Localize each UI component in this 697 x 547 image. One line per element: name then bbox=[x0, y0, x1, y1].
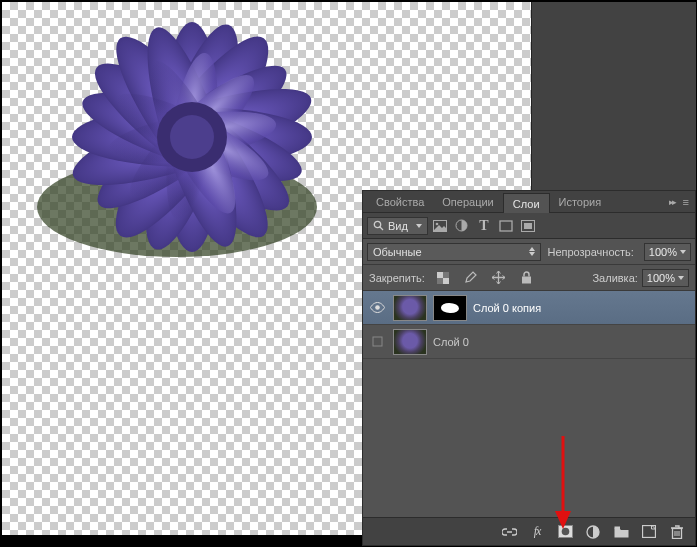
lock-transparency-icon[interactable] bbox=[433, 268, 453, 288]
blend-mode-dropdown[interactable]: Обычные bbox=[367, 243, 541, 261]
tab-properties[interactable]: Свойства bbox=[367, 192, 433, 211]
fill-input[interactable]: 100% bbox=[642, 269, 689, 287]
fx-icon[interactable]: fx bbox=[529, 524, 545, 540]
svg-rect-25 bbox=[524, 223, 532, 229]
svg-point-17 bbox=[170, 115, 214, 159]
blend-mode-value: Обычные bbox=[373, 246, 422, 258]
layer-name[interactable]: Слой 0 копия bbox=[473, 302, 541, 314]
opacity-input[interactable]: 100% bbox=[644, 243, 691, 261]
layer-mask-thumbnail[interactable] bbox=[433, 295, 467, 321]
layer-list[interactable]: Слой 0 копия Слой 0 bbox=[363, 291, 695, 517]
panel-menu-icon[interactable]: ≡ bbox=[683, 196, 689, 208]
svg-point-7 bbox=[74, 75, 310, 199]
svg-point-14 bbox=[106, 79, 277, 195]
filter-bar: Вид T bbox=[363, 213, 695, 239]
svg-point-12 bbox=[116, 61, 267, 212]
new-layer-icon[interactable] bbox=[641, 524, 657, 540]
add-mask-icon[interactable] bbox=[557, 524, 573, 540]
visibility-off-icon bbox=[372, 336, 383, 347]
panel-tabs: Свойства Операции Слои История ▸▸ ≡ bbox=[363, 191, 695, 213]
svg-point-21 bbox=[436, 222, 439, 225]
filter-image-icon[interactable] bbox=[430, 216, 450, 236]
tab-layers[interactable]: Слои bbox=[503, 193, 550, 213]
svg-point-11 bbox=[157, 50, 227, 225]
panel-footer: fx bbox=[363, 517, 695, 545]
svg-rect-29 bbox=[522, 277, 531, 284]
visibility-toggle[interactable] bbox=[367, 302, 387, 313]
search-icon bbox=[373, 220, 384, 231]
collapse-icon[interactable]: ▸▸ bbox=[669, 197, 675, 207]
lock-fill-row: Закрепить: Заливка: 100% bbox=[363, 265, 695, 291]
blend-opacity-row: Обычные Непрозрачность: 100% bbox=[363, 239, 695, 265]
delete-layer-icon[interactable] bbox=[669, 524, 685, 540]
filter-kind-dropdown[interactable]: Вид bbox=[367, 217, 428, 235]
new-group-icon[interactable] bbox=[613, 524, 629, 540]
svg-point-18 bbox=[374, 221, 380, 227]
svg-rect-35 bbox=[614, 526, 620, 529]
svg-point-33 bbox=[561, 528, 569, 536]
visibility-toggle[interactable] bbox=[367, 336, 387, 347]
svg-point-9 bbox=[96, 21, 288, 254]
svg-rect-28 bbox=[443, 278, 449, 284]
fill-value: 100% bbox=[647, 272, 675, 284]
svg-point-6 bbox=[72, 107, 312, 167]
svg-point-16 bbox=[157, 102, 227, 172]
filter-type-icon[interactable]: T bbox=[474, 216, 494, 236]
svg-point-13 bbox=[105, 102, 280, 172]
filter-kind-label: Вид bbox=[388, 220, 408, 232]
lock-position-icon[interactable] bbox=[489, 268, 509, 288]
layers-panel: Свойства Операции Слои История ▸▸ ≡ Вид … bbox=[362, 190, 696, 546]
svg-point-10 bbox=[130, 19, 254, 255]
side-panel-upper bbox=[531, 2, 696, 190]
svg-point-4 bbox=[83, 47, 302, 227]
svg-point-2 bbox=[127, 16, 257, 259]
svg-line-19 bbox=[380, 227, 383, 230]
svg-rect-27 bbox=[437, 272, 443, 278]
svg-rect-23 bbox=[500, 221, 512, 231]
chevron-down-icon bbox=[678, 276, 684, 280]
opacity-value: 100% bbox=[649, 246, 677, 258]
flower-image bbox=[0, 0, 422, 342]
filter-adjustment-icon[interactable] bbox=[452, 216, 472, 236]
svg-point-3 bbox=[94, 19, 289, 254]
layer-row[interactable]: Слой 0 bbox=[363, 325, 695, 359]
opacity-label: Непрозрачность: bbox=[547, 246, 633, 258]
lock-pixels-icon[interactable] bbox=[461, 268, 481, 288]
tab-actions[interactable]: Операции bbox=[433, 192, 502, 211]
svg-point-8 bbox=[79, 43, 305, 230]
filter-shape-icon[interactable] bbox=[496, 216, 516, 236]
layer-thumbnail[interactable] bbox=[393, 295, 427, 321]
svg-point-1 bbox=[162, 22, 222, 252]
layer-name[interactable]: Слой 0 bbox=[433, 336, 469, 348]
tab-history[interactable]: История bbox=[550, 192, 611, 211]
chevron-down-icon bbox=[680, 250, 686, 254]
link-layers-icon[interactable] bbox=[501, 524, 517, 540]
chevron-down-icon bbox=[416, 224, 422, 228]
svg-point-0 bbox=[37, 157, 317, 257]
svg-point-15 bbox=[134, 51, 250, 222]
adjustment-layer-icon[interactable] bbox=[585, 524, 601, 540]
eye-icon bbox=[370, 302, 385, 313]
svg-point-5 bbox=[64, 70, 320, 204]
filter-smart-icon[interactable] bbox=[518, 216, 538, 236]
fill-label: Заливка: bbox=[592, 272, 637, 284]
svg-rect-31 bbox=[373, 337, 382, 346]
lock-all-icon[interactable] bbox=[517, 268, 537, 288]
svg-point-30 bbox=[375, 305, 380, 310]
layer-thumbnail[interactable] bbox=[393, 329, 427, 355]
layer-row[interactable]: Слой 0 копия bbox=[363, 291, 695, 325]
lock-label: Закрепить: bbox=[369, 272, 425, 284]
